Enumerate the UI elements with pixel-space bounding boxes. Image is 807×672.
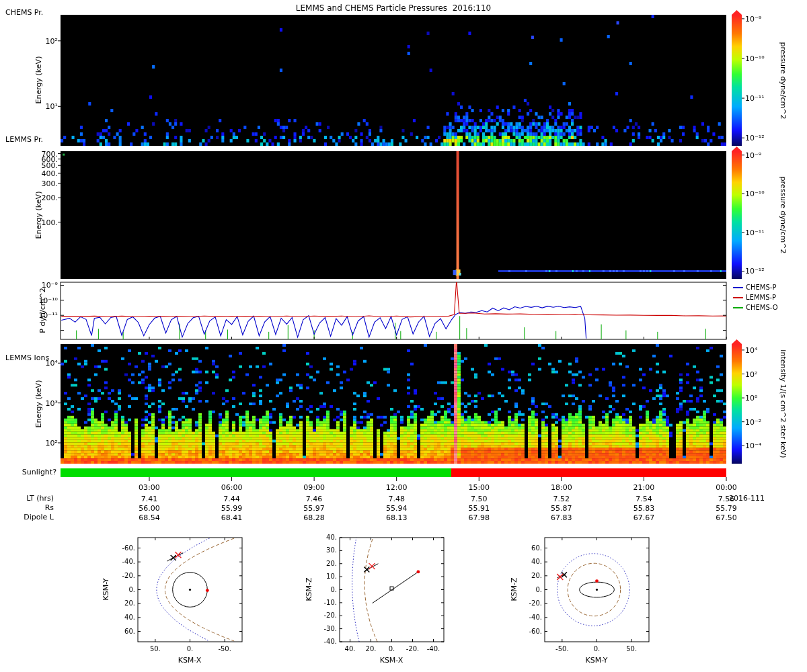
orbit-xz-ytick-2: 20. [313, 560, 337, 567]
ephemeris-value-1-0: 56.00 [129, 504, 169, 513]
orbit-yz-ytick-1: 40. [518, 558, 542, 565]
time-tick-label-1: 06:00 [217, 483, 247, 492]
ions-ytick-0: 10⁴ [26, 359, 58, 368]
ephemeris-value-2-3: 68.13 [377, 513, 417, 522]
ions-cbtick-3: 10⁻² [745, 418, 779, 427]
orbit-xz-xtick-4: -40. [420, 645, 447, 653]
ephemeris-value-2-1: 68.41 [212, 513, 252, 522]
orbit-yz-xtick-2: 50. [618, 645, 645, 653]
ephemeris-value-0-2: 7.46 [294, 495, 334, 503]
ephemeris-value-1-4: 55.91 [459, 504, 499, 513]
time-tick-label-4: 15:00 [464, 483, 494, 492]
lemms-cbtick-2: 10⁻¹¹ [745, 228, 779, 237]
orbit-yz-xtick-0: -50. [549, 645, 576, 653]
lemms-cbtick-0: 10⁻⁹ [745, 151, 779, 160]
time-tick-label-3: 12:00 [382, 483, 412, 492]
orbit-xy-ytick-6: 60. [111, 628, 135, 635]
ephemeris-value-0-1: 7.44 [212, 495, 252, 503]
ions-cbtick-1: 10² [745, 370, 779, 379]
ephemeris-value-1-2: 55.97 [294, 504, 334, 513]
lemms-ytick-6: 100. [26, 218, 58, 227]
chems-cbtick-0: 10⁻⁹ [745, 15, 779, 24]
lemms-cbtick-1: 10⁻¹⁰ [745, 190, 779, 198]
orbit-yz-ytick-6: -60. [518, 628, 542, 635]
orbit-xy-xtick-0: 50. [142, 645, 169, 653]
orbit-xz-ytick-7: -30. [313, 625, 337, 632]
orbit-xy-ytick-2: -20. [111, 572, 135, 579]
orbit-xy-ytick-3: 0. [111, 586, 135, 593]
orbit-xz-ytick-4: 0. [313, 586, 337, 593]
orbit-xz-ytick-3: 10. [313, 573, 337, 580]
orbit-yz-ytick-2: 20. [518, 572, 542, 579]
orbit-xy-ytick-0: -60. [111, 544, 135, 552]
ions-cbtick-4: 10⁻⁴ [745, 442, 779, 450]
orbit-xy-ytick-5: 40. [111, 614, 135, 621]
ephemeris-value-2-0: 68.54 [129, 513, 169, 522]
orbit-xz-ytick-8: -40. [313, 638, 337, 645]
ions-cbtick-2: 10⁰ [745, 394, 779, 403]
ephemeris-value-0-0: 7.41 [129, 495, 169, 503]
ephemeris-value-1-6: 55.83 [623, 504, 664, 513]
ephemeris-value-0-7: 7.56 [706, 495, 746, 503]
ephemeris-value-0-5: 7.52 [541, 495, 582, 503]
orbit-yz-ytick-0: 60. [518, 544, 542, 552]
time-tick-label-0: 03:00 [134, 483, 164, 492]
orbit-xy-xtick-1: 0. [177, 645, 204, 653]
pressure-ytick-10: 10⁻¹⁰ [26, 296, 58, 305]
ions-cbtick-0: 10⁴ [745, 346, 779, 355]
ions-ytick-2: 10² [26, 439, 58, 448]
lemms-ytick-3: 400. [26, 169, 58, 178]
orbit-xz-ytick-6: -20. [313, 612, 337, 619]
time-tick-label-6: 21:00 [629, 483, 658, 492]
orbit-xy-xtick-2: -50. [211, 645, 238, 653]
orbit-xy-ytick-4: 20. [111, 599, 135, 607]
lemms-cbtick-3: 10⁻¹² [745, 267, 779, 276]
orbit-yz-ytick-3: 0. [518, 586, 542, 593]
lemms-ytick-5: 200. [26, 194, 58, 202]
orbit-xy-ytick-1: -40. [111, 558, 135, 565]
ephemeris-value-0-6: 7.54 [623, 495, 664, 503]
ephemeris-value-0-4: 7.50 [459, 495, 499, 503]
ephemeris-value-1-1: 55.99 [212, 504, 252, 513]
ephemeris-value-2-2: 68.28 [294, 513, 334, 522]
lemms-ytick-4: 300. [26, 179, 58, 188]
ephemeris-value-1-5: 55.87 [541, 504, 582, 513]
orbit-yz-ytick-5: -40. [518, 614, 542, 621]
orbit-yz-ytick-4: -20. [518, 599, 542, 607]
time-tick-label-2: 09:00 [299, 483, 329, 492]
orbit-xz-ytick-1: 30. [313, 546, 337, 554]
orbit-xz-ytick-5: -10. [313, 599, 337, 606]
time-tick-label-7: 00:00 [712, 483, 741, 492]
mimi-summary-plot: LEMMS and CHEMS Particle Pressures 2016:… [0, 0, 807, 672]
chems-cbtick-3: 10⁻¹² [745, 134, 779, 142]
ephemeris-value-2-5: 67.83 [541, 513, 582, 522]
ephemeris-value-0-3: 7.48 [377, 495, 417, 503]
pressure-ytick-11: 10⁻¹¹ [26, 311, 58, 320]
chems-ytick-0: 10² [26, 37, 58, 46]
ephemeris-value-2-7: 67.50 [706, 513, 746, 522]
ions-ytick-1: 10³ [26, 399, 58, 408]
time-tick-label-5: 18:00 [547, 483, 576, 492]
ephemeris-value-2-6: 67.67 [623, 513, 664, 522]
chems-ytick-1: 10¹ [26, 102, 58, 111]
chems-cbtick-2: 10⁻¹¹ [745, 94, 779, 103]
ephemeris-value-2-4: 67.98 [459, 513, 499, 522]
orbit-yz-xtick-1: 0. [584, 645, 611, 653]
ephemeris-value-1-7: 55.79 [706, 504, 746, 513]
chems-cbtick-1: 10⁻¹⁰ [745, 54, 779, 63]
pressure-ytick-9: 10⁻⁹ [26, 281, 58, 290]
orbit-xz-ytick-0: 40. [313, 534, 337, 541]
ephemeris-value-1-3: 55.94 [377, 504, 417, 513]
generated-labels: 10²10¹10⁻⁹10⁻¹⁰10⁻¹¹10⁻¹²700.600.500.400… [0, 0, 807, 672]
